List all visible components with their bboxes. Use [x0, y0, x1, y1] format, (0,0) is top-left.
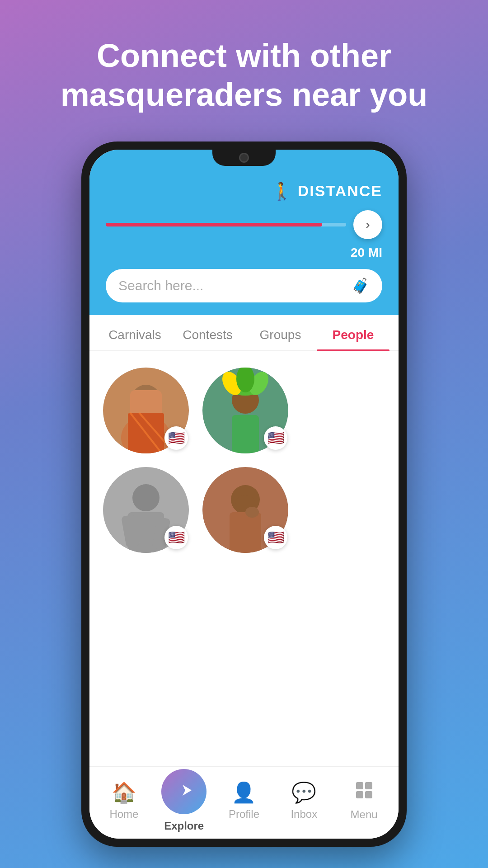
person-card-4[interactable]: 🇺🇸 [202, 467, 288, 553]
svg-rect-27 [356, 791, 363, 798]
people-grid: 🇺🇸 🇺🇸 [89, 351, 399, 766]
person-card-1[interactable]: 🇺🇸 [103, 368, 189, 453]
phone-screen: 🚶 DISTANCE › 20 MI Search here... 🧳 Carn… [89, 150, 399, 839]
svg-rect-28 [365, 791, 372, 798]
flag-badge-4: 🇺🇸 [264, 526, 287, 549]
distance-value: 20 MI [106, 245, 382, 260]
nav-explore-label: Explore [164, 820, 204, 832]
distance-label: DISTANCE [298, 182, 382, 200]
inbox-icon: 💬 [291, 781, 316, 804]
svg-rect-13 [232, 415, 259, 453]
person-card-3[interactable]: 🇺🇸 [103, 467, 189, 553]
home-icon: 🏠 [112, 781, 136, 804]
flag-badge-1: 🇺🇸 [164, 426, 188, 450]
svg-marker-24 [183, 785, 192, 796]
svg-rect-26 [365, 782, 372, 789]
flag-badge-3: 🇺🇸 [164, 526, 188, 549]
slider-track[interactable] [106, 223, 346, 226]
search-bar[interactable]: Search here... 🧳 [106, 269, 382, 302]
profile-icon: 👤 [231, 781, 256, 804]
headline-line2: masqueraders near you [61, 76, 427, 113]
slider-row: › [106, 210, 382, 239]
svg-rect-21 [230, 512, 261, 553]
phone-mockup: 🚶 DISTANCE › 20 MI Search here... 🧳 Carn… [81, 142, 407, 847]
nav-menu[interactable]: Menu [334, 780, 394, 821]
bottom-nav: 🏠 Home Explore 👤 Profile 💬 Inbox [89, 766, 399, 839]
tabs-row: Carnivals Contests Groups People [89, 315, 399, 351]
headline-line1: Connect with other [97, 38, 391, 74]
explore-button[interactable] [161, 769, 206, 814]
slider-fill [106, 223, 322, 226]
nav-profile[interactable]: 👤 Profile [214, 781, 274, 821]
top-section: 🚶 DISTANCE › 20 MI Search here... 🧳 [89, 150, 399, 315]
nav-menu-label: Menu [351, 808, 378, 821]
flag-badge-2: 🇺🇸 [264, 426, 287, 450]
nav-inbox-label: Inbox [291, 808, 317, 821]
menu-icon [354, 780, 374, 805]
svg-point-23 [245, 507, 259, 518]
search-icon: 🧳 [352, 277, 370, 294]
headline: Connect with other masqueraders near you [33, 36, 455, 114]
nav-inbox[interactable]: 💬 Inbox [274, 781, 334, 821]
phone-notch [212, 150, 276, 166]
explore-icon [173, 780, 195, 803]
nav-home[interactable]: 🏠 Home [94, 781, 154, 821]
camera [239, 153, 249, 163]
svg-point-15 [132, 484, 160, 511]
tab-contests[interactable]: Contests [171, 315, 244, 350]
nav-profile-label: Profile [229, 808, 259, 821]
tab-groups[interactable]: Groups [244, 315, 317, 350]
tab-carnivals[interactable]: Carnivals [99, 315, 171, 350]
nav-explore[interactable]: Explore [154, 769, 214, 832]
tab-people[interactable]: People [317, 315, 389, 350]
nav-home-label: Home [109, 808, 138, 821]
distance-row: 🚶 DISTANCE [106, 172, 382, 201]
walk-icon: 🚶 [271, 181, 292, 201]
search-input[interactable]: Search here... [118, 278, 344, 293]
person-card-2[interactable]: 🇺🇸 [202, 368, 288, 453]
svg-rect-25 [356, 782, 363, 789]
slider-button[interactable]: › [353, 210, 382, 239]
